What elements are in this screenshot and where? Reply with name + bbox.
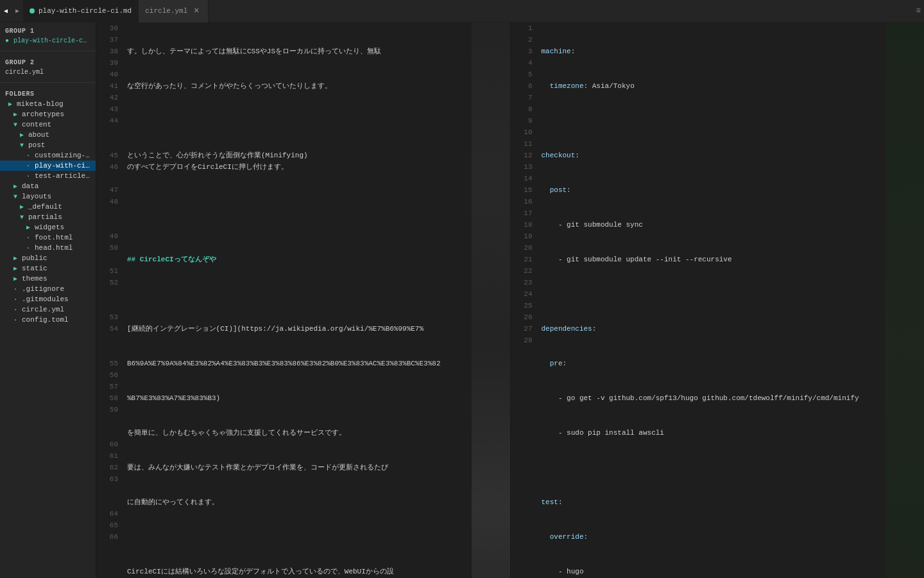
folder-icon-content: ▼: [12, 121, 19, 128]
right-minimap: [886, 22, 924, 578]
tab-bar: ◀ ▶ play-with-circle-ci.md circle.yml × …: [0, 0, 924, 22]
sidebar-item-configtoml[interactable]: · config.toml: [0, 315, 96, 325]
sidebar-label-miketa: miketa-blog: [17, 100, 64, 108]
file-icon-gitignore: ·: [12, 285, 19, 293]
yaml-line: - go get -v github.com/spf13/hugo github…: [542, 392, 881, 404]
folder-icon-post: ▼: [18, 141, 26, 149]
minimap-bg-right: [886, 22, 924, 578]
main-layout: GROUP 1 ● play-with-circle-ci.md GROUP 2…: [0, 22, 924, 578]
sidebar-item-gitmodules[interactable]: · .gitmodules: [0, 294, 96, 304]
left-code-area[interactable]: 36 37 38 39 40 41 42 43 44 45 46: [96, 22, 510, 578]
left-line-numbers: 36 37 38 39 40 41 42 43 44 45 46: [96, 22, 122, 578]
sidebar-item-about[interactable]: ▶ about: [0, 130, 96, 140]
code-line: な空行があったり、コメントがやたらくっついていたりします。: [127, 80, 466, 92]
sidebar-label-customizing: customizing-h...: [35, 152, 90, 159]
sidebar-item-test-article[interactable]: · test-article.m...: [0, 171, 96, 181]
sidebar-item-static[interactable]: ▶ static: [0, 263, 96, 274]
sidebar-item-public[interactable]: ▶ public: [0, 253, 96, 263]
sidebar-item-foot[interactable]: · foot.html: [0, 232, 96, 243]
group1-file-label: play-with-circle-ci.md: [13, 37, 90, 44]
sidebar-item-head[interactable]: · head.html: [0, 243, 96, 253]
sidebar-item-circleyml[interactable]: · circle.yml: [0, 304, 96, 315]
code-line: [127, 219, 466, 231]
sidebar-divider2: [0, 82, 96, 83]
file-icon-configtoml: ·: [12, 316, 19, 324]
sidebar-label-public: public: [22, 254, 47, 262]
folder-icon-public: ▶: [12, 254, 19, 262]
sidebar-group1: GROUP 1 ● play-with-circle-ci.md: [0, 22, 96, 48]
minimap-bg: [472, 22, 510, 578]
code-line: す。しかし、テーマによっては無駄にCSSやJSをローカルに持っていたり、無駄: [127, 46, 466, 57]
right-code-area[interactable]: 1 2 3 4 5 6 7 8 9 10 11 12 13 14: [511, 22, 925, 578]
folder-icon-archetypes: ▶: [12, 110, 19, 118]
sidebar-label-themes: themes: [22, 275, 47, 283]
sidebar-group2: GROUP 2 circle.yml: [0, 54, 96, 80]
tab-nav-next[interactable]: ▶: [12, 0, 23, 22]
sidebar-item-gitignore[interactable]: · .gitignore: [0, 284, 96, 294]
left-editor-pane: 36 37 38 39 40 41 42 43 44 45 46: [96, 22, 511, 578]
file-icon-head: ·: [24, 244, 32, 252]
folder-icon-data: ▶: [12, 182, 19, 190]
code-line: [127, 531, 466, 543]
yaml-line: [542, 462, 881, 473]
yaml-line: - git submodule sync: [542, 219, 881, 231]
editors: 36 37 38 39 40 41 42 43 44 45 46: [96, 22, 924, 578]
sidebar-item-group1-file[interactable]: ● play-with-circle-ci.md: [0, 36, 96, 46]
sidebar-item-archetypes[interactable]: ▶ archetypes: [0, 109, 96, 119]
yaml-line: test:: [542, 496, 881, 508]
sidebar-item-post[interactable]: ▼ post: [0, 140, 96, 150]
yaml-line: [542, 115, 881, 127]
sidebar-label-data: data: [22, 182, 38, 190]
yaml-line: checkout:: [542, 150, 881, 161]
tab-label-markdown: play-with-circle-ci.md: [38, 7, 132, 15]
sidebar-divider1: [0, 51, 96, 51]
yaml-line: - sudo pip install awscli: [542, 427, 881, 439]
sidebar-label-static: static: [22, 265, 47, 272]
code-line: 要は、みんなが大嫌いなテスト作業とかデプロイ作業を、コードが更新されるたび: [127, 462, 466, 473]
yaml-line: machine:: [542, 46, 881, 57]
sidebar-group2-title: GROUP 2: [0, 57, 96, 67]
right-code-content[interactable]: machine: timezone: Asia/Tokyo checkout: …: [536, 22, 886, 578]
folder-icon-partials: ▼: [18, 213, 26, 221]
yaml-line: [542, 288, 881, 300]
folder-icon-themes: ▶: [12, 275, 19, 283]
sidebar-label-configtoml: config.toml: [22, 316, 69, 324]
sidebar-label-layouts: layouts: [22, 193, 51, 200]
sidebar-item-group2-file[interactable]: circle.yml: [0, 67, 96, 77]
code-line: [127, 115, 466, 127]
sidebar-label-play: play-with-circ...: [35, 162, 90, 170]
code-line: に自動的にやってくれます。: [127, 496, 466, 508]
right-editor-pane: 1 2 3 4 5 6 7 8 9 10 11 12 13 14: [511, 22, 925, 578]
tab-close-yaml[interactable]: ×: [191, 6, 201, 16]
sidebar-item-play-with-circle[interactable]: · play-with-circ...: [0, 161, 96, 171]
left-code-content[interactable]: す。しかし、テーマによっては無駄にCSSやJSをローカルに持っていたり、無駄 な…: [122, 22, 472, 578]
file-icon-test: ·: [24, 172, 32, 180]
sidebar-item-miketa-blog[interactable]: ▶ miketa-blog: [0, 99, 96, 109]
file-icon-circleyml: ·: [12, 306, 19, 313]
sidebar-item-default[interactable]: ▶ _default: [0, 202, 96, 212]
sidebar-group1-title: GROUP 1: [0, 25, 96, 36]
sidebar-label-foot: foot.html: [35, 234, 73, 241]
left-minimap: [472, 22, 510, 578]
folder-icon-about: ▶: [18, 131, 26, 139]
code-line: %B7%E3%83%A7%E3%83%B3): [127, 392, 466, 404]
yaml-line: override:: [542, 531, 881, 543]
sidebar-item-customizing[interactable]: · customizing-h...: [0, 150, 96, 161]
code-line: [127, 184, 466, 196]
tab-nav-prev[interactable]: ◀: [0, 0, 12, 22]
sidebar-item-layouts[interactable]: ▼ layouts: [0, 191, 96, 202]
tab-yaml[interactable]: circle.yml ×: [139, 0, 209, 22]
yaml-line: dependencies:: [542, 323, 881, 335]
tab-dropdown-btn[interactable]: ≡: [912, 0, 924, 22]
sidebar-item-data[interactable]: ▶ data: [0, 181, 96, 191]
sidebar-label-default: _default: [28, 203, 62, 211]
tab-markdown[interactable]: play-with-circle-ci.md: [23, 0, 139, 22]
file-icon-play: ·: [24, 162, 32, 170]
sidebar-label-gitmodules: .gitmodules: [22, 295, 69, 303]
group1-dot-icon: ●: [5, 37, 9, 44]
sidebar-item-themes[interactable]: ▶ themes: [0, 274, 96, 284]
sidebar-label-archetypes: archetypes: [22, 110, 64, 118]
sidebar-item-partials[interactable]: ▼ partials: [0, 212, 96, 222]
sidebar-item-content[interactable]: ▼ content: [0, 119, 96, 130]
sidebar-item-widgets[interactable]: ▶ widgets: [0, 222, 96, 232]
